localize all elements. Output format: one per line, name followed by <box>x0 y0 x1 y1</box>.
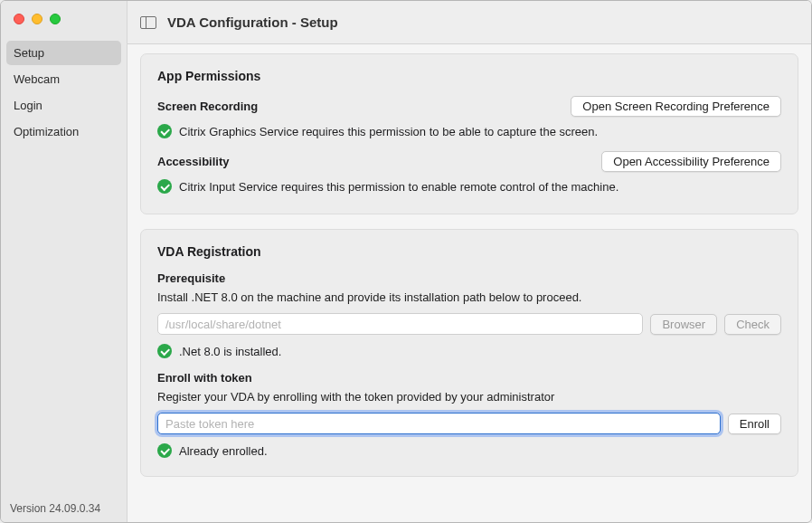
sidebar-item-webcam[interactable]: Webcam <box>6 67 121 91</box>
sidebar-item-login[interactable]: Login <box>6 93 121 118</box>
accessibility-status: Citrix Input Service requires this permi… <box>179 180 618 194</box>
sidebar: Setup Webcam Login Optimization Version … <box>1 1 127 522</box>
version-label: Version 24.09.0.34 <box>1 495 127 522</box>
vda-registration-card: VDA Registration Prerequisite Install .N… <box>140 229 798 477</box>
sidebar-toggle-icon[interactable] <box>140 16 156 29</box>
prerequisite-desc: Install .NET 8.0 on the machine and prov… <box>157 290 781 304</box>
checkmark-icon <box>157 179 172 194</box>
checkmark-icon <box>157 443 172 458</box>
sidebar-item-optimization[interactable]: Optimization <box>6 119 121 144</box>
enroll-subhead: Enroll with token <box>157 371 781 385</box>
main-panel: VDA Configuration - Setup App Permission… <box>127 1 811 522</box>
enroll-desc: Register your VDA by enrolling with the … <box>157 390 781 404</box>
accessibility-subhead: Accessibility <box>157 155 230 168</box>
screen-recording-subhead: Screen Recording <box>157 100 258 113</box>
minimize-window-button[interactable] <box>32 14 42 24</box>
browser-button[interactable]: Browser <box>650 314 717 335</box>
vda-registration-heading: VDA Registration <box>157 244 781 259</box>
app-permissions-heading: App Permissions <box>157 69 781 83</box>
dotnet-status: .Net 8.0 is installed. <box>179 345 281 358</box>
fullscreen-window-button[interactable] <box>50 14 61 24</box>
content-scroll[interactable]: App Permissions Screen Recording Open Sc… <box>127 44 811 522</box>
enroll-button[interactable]: Enroll <box>728 414 781 434</box>
enroll-token-input[interactable] <box>157 413 721 434</box>
sidebar-item-setup[interactable]: Setup <box>6 41 121 65</box>
page-title: VDA Configuration - Setup <box>167 14 338 30</box>
window-controls <box>1 1 127 37</box>
titlebar: VDA Configuration - Setup <box>127 1 811 44</box>
open-accessibility-button[interactable]: Open Accessibility Preference <box>601 151 781 172</box>
sidebar-nav: Setup Webcam Login Optimization <box>1 37 127 495</box>
dotnet-path-input[interactable] <box>157 313 643 335</box>
screen-recording-status: Citrix Graphics Service requires this pe… <box>179 125 598 138</box>
app-permissions-card: App Permissions Screen Recording Open Sc… <box>140 53 798 214</box>
check-button[interactable]: Check <box>724 314 781 335</box>
checkmark-icon <box>157 344 172 358</box>
open-screen-recording-button[interactable]: Open Screen Recording Preference <box>571 96 781 117</box>
enroll-status: Already enrolled. <box>179 444 268 458</box>
checkmark-icon <box>157 124 172 138</box>
prerequisite-subhead: Prerequisite <box>157 271 781 285</box>
close-window-button[interactable] <box>14 14 24 24</box>
